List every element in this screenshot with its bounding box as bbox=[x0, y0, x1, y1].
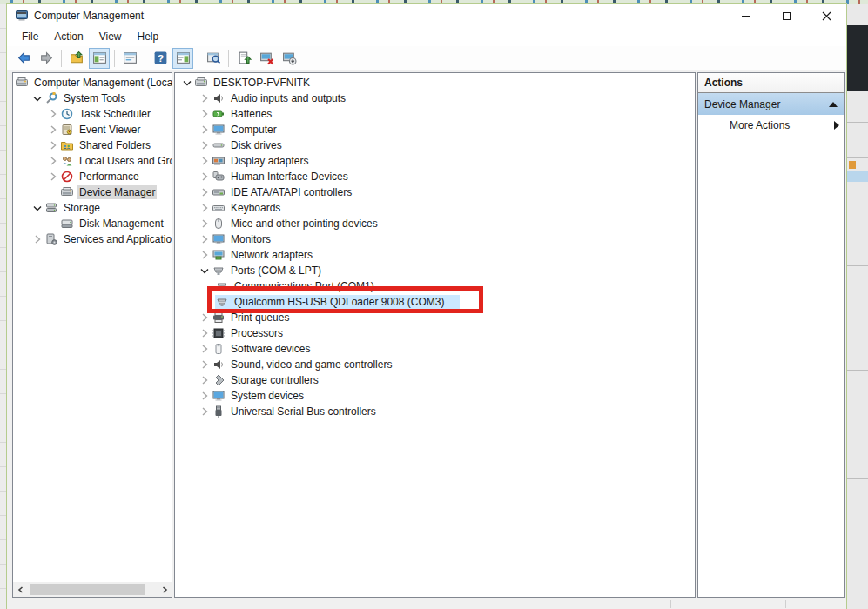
chevron-expanded-icon[interactable] bbox=[180, 76, 194, 90]
tree-item-content: IDE ATA/ATAPI controllers bbox=[212, 185, 353, 199]
collapse-group-icon[interactable] bbox=[829, 102, 838, 107]
chevron-collapsed-icon[interactable] bbox=[30, 232, 44, 246]
tree-item-network-adapters[interactable]: Network adapters bbox=[175, 247, 695, 263]
tree-item-content: Storage controllers bbox=[212, 373, 320, 387]
tree-item-processors[interactable]: Processors bbox=[175, 325, 695, 341]
chevron-collapsed-icon[interactable] bbox=[198, 154, 212, 168]
tree-item-sound-video-and-game-controllers[interactable]: Sound, video and game controllers bbox=[175, 357, 695, 372]
tree-item-local-users-and-groups[interactable]: Local Users and Groups bbox=[13, 153, 172, 169]
menu-help[interactable]: Help bbox=[130, 29, 167, 44]
tree-item-desktop-fvfnitk[interactable]: DESKTOP-FVFNITK bbox=[175, 75, 695, 90]
chevron-collapsed-icon[interactable] bbox=[198, 389, 212, 403]
chevron-collapsed-icon[interactable] bbox=[46, 170, 60, 184]
chevron-collapsed-icon[interactable] bbox=[46, 107, 60, 121]
event-viewer-icon bbox=[60, 123, 74, 137]
tree-item-shared-folders[interactable]: Shared Folders bbox=[13, 137, 172, 153]
tree-item-services-and-applications[interactable]: Services and Applications bbox=[13, 231, 172, 247]
chevron-collapsed-icon[interactable] bbox=[46, 123, 60, 137]
tree-item-universal-serial-bus-controllers[interactable]: Universal Serial Bus controllers bbox=[175, 404, 695, 419]
actions-group-device-manager[interactable]: Device Manager bbox=[698, 93, 844, 115]
tree-item-storage-controllers[interactable]: Storage controllers bbox=[175, 372, 695, 388]
tree-item-content: Keyboards bbox=[212, 201, 282, 215]
scrollbar-track[interactable] bbox=[28, 582, 157, 597]
tree-item-label: Processors bbox=[229, 326, 285, 340]
background-dark-block bbox=[847, 25, 868, 91]
tree-item-mice-and-other-pointing-devices[interactable]: Mice and other pointing devices bbox=[175, 216, 695, 231]
tree-item-ports-com-lpt[interactable]: Ports (COM & LPT) bbox=[175, 263, 695, 278]
tree-item-performance[interactable]: Performance bbox=[13, 169, 172, 184]
tree-item-batteries[interactable]: Batteries bbox=[175, 106, 695, 122]
tree-item-human-interface-devices[interactable]: Human Interface Devices bbox=[175, 169, 695, 184]
chevron-collapsed-icon[interactable] bbox=[198, 138, 212, 152]
toolbar-show-console-tree-button[interactable] bbox=[89, 48, 110, 69]
menu-view[interactable]: View bbox=[91, 29, 130, 44]
tree-item-label: Local Users and Groups bbox=[77, 154, 172, 168]
scrollbar-thumb[interactable] bbox=[30, 584, 145, 595]
toolbar-back-button[interactable] bbox=[13, 48, 34, 69]
tree-item-label: Universal Serial Bus controllers bbox=[229, 405, 378, 418]
toolbar-console-window-button[interactable] bbox=[119, 48, 140, 69]
chevron-collapsed-icon[interactable] bbox=[198, 123, 212, 137]
chevron-collapsed-icon[interactable] bbox=[198, 326, 212, 340]
chevron-expanded-icon[interactable] bbox=[198, 264, 212, 278]
tree-item-system-devices[interactable]: System devices bbox=[175, 388, 695, 404]
actions-item-more-actions[interactable]: More Actions bbox=[698, 115, 844, 136]
toolbar-up-one-level-button[interactable] bbox=[66, 48, 87, 69]
tree-item-label: Performance bbox=[77, 170, 141, 184]
tree-item-label: Audio inputs and outputs bbox=[229, 91, 347, 105]
tree-item-computer[interactable]: Computer bbox=[175, 122, 695, 137]
tree-item-software-devices[interactable]: Software devices bbox=[175, 341, 695, 357]
tree-item-keyboards[interactable]: Keyboards bbox=[175, 200, 695, 216]
tree-item-storage[interactable]: Storage bbox=[13, 200, 172, 216]
chevron-collapsed-icon[interactable] bbox=[46, 138, 60, 152]
menu-action[interactable]: Action bbox=[46, 29, 91, 44]
monitor-icon bbox=[212, 232, 225, 246]
tree-item-display-adapters[interactable]: Display adapters bbox=[175, 153, 695, 169]
chevron-collapsed-icon[interactable] bbox=[198, 405, 212, 418]
chevron-collapsed-icon[interactable] bbox=[198, 248, 212, 262]
chevron-collapsed-icon[interactable] bbox=[198, 201, 212, 215]
tree-item-ide-ata-atapi-controllers[interactable]: IDE ATA/ATAPI controllers bbox=[175, 184, 695, 200]
chevron-collapsed-icon[interactable] bbox=[198, 185, 212, 199]
uninstall-device-icon bbox=[259, 50, 274, 65]
maximize-icon bbox=[783, 12, 791, 20]
tree-item-computer-management-local[interactable]: Computer Management (Local bbox=[13, 75, 172, 90]
submenu-arrow-icon bbox=[834, 121, 839, 130]
tree-item-label: Computer bbox=[229, 123, 279, 137]
menu-file[interactable]: File bbox=[14, 29, 46, 44]
tree-item-task-scheduler[interactable]: Task Scheduler bbox=[13, 106, 172, 122]
toolbar-uninstall-device-button[interactable] bbox=[256, 48, 277, 69]
tree-item-device-manager[interactable]: Device Manager bbox=[13, 184, 172, 200]
chevron-expanded-icon[interactable] bbox=[30, 91, 44, 105]
chevron-collapsed-icon[interactable] bbox=[198, 107, 212, 121]
chevron-expanded-icon[interactable] bbox=[30, 201, 44, 215]
shared-folders-icon bbox=[60, 138, 74, 152]
chevron-collapsed-icon[interactable] bbox=[198, 217, 212, 231]
toolbar-scan-hardware-changes-button[interactable] bbox=[279, 48, 299, 69]
horizontal-scrollbar[interactable] bbox=[13, 582, 172, 597]
chevron-collapsed-icon[interactable] bbox=[198, 342, 212, 356]
chevron-collapsed-icon[interactable] bbox=[198, 170, 212, 184]
tree-item-event-viewer[interactable]: Event Viewer bbox=[13, 122, 172, 137]
tree-item-disk-drives[interactable]: Disk drives bbox=[175, 137, 695, 153]
minimize-button[interactable] bbox=[726, 4, 766, 27]
chevron-collapsed-icon[interactable] bbox=[198, 373, 212, 387]
chevron-collapsed-icon[interactable] bbox=[46, 154, 60, 168]
tree-item-disk-management[interactable]: Disk Management bbox=[13, 216, 172, 231]
tree-item-monitors[interactable]: Monitors bbox=[175, 231, 695, 247]
maximize-button[interactable] bbox=[766, 4, 806, 27]
toolbar-show-action-pane-button[interactable] bbox=[172, 48, 193, 69]
toolbar-export-list-button[interactable] bbox=[233, 48, 254, 69]
toolbar-scan-window-button[interactable] bbox=[203, 48, 224, 69]
chevron-collapsed-icon[interactable] bbox=[198, 232, 212, 246]
title-bar[interactable]: Computer Management bbox=[7, 4, 846, 27]
chevron-collapsed-icon[interactable] bbox=[198, 91, 212, 105]
chevron-collapsed-icon[interactable] bbox=[198, 358, 212, 371]
tree-item-audio-inputs-and-outputs[interactable]: Audio inputs and outputs bbox=[175, 90, 695, 106]
scroll-left-button[interactable] bbox=[13, 582, 28, 597]
toolbar-forward-button[interactable] bbox=[36, 48, 57, 69]
toolbar-help-button[interactable]: ? bbox=[150, 48, 171, 69]
close-button[interactable] bbox=[806, 4, 846, 27]
tree-item-system-tools[interactable]: System Tools bbox=[13, 90, 172, 106]
scroll-right-button[interactable] bbox=[157, 582, 172, 597]
